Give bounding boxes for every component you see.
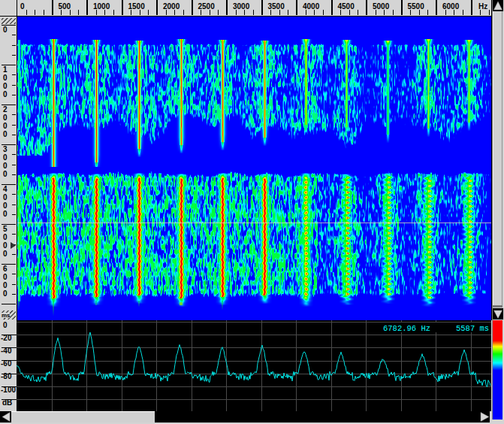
svg-text:1500: 1500: [128, 2, 146, 11]
svg-text:2500: 2500: [198, 2, 216, 11]
svg-text:-100: -100: [1, 386, 16, 394]
svg-text:0: 0: [3, 201, 8, 210]
svg-text:0: 0: [3, 170, 8, 178]
svg-text:0: 0: [3, 122, 8, 130]
svg-text:0: 0: [3, 210, 8, 218]
svg-text:5587 ms: 5587 ms: [456, 324, 489, 333]
svg-text:0: 0: [3, 74, 8, 82]
svg-text:3: 3: [3, 145, 8, 153]
svg-text:0: 0: [3, 153, 8, 162]
svg-text:Hz: Hz: [478, 2, 487, 11]
svg-text:6782.96 Hz: 6782.96 Hz: [383, 324, 430, 333]
svg-text:0: 0: [3, 193, 8, 201]
svg-text:dB: dB: [2, 398, 12, 407]
svg-text:0: 0: [3, 162, 8, 170]
svg-text:4000: 4000: [303, 2, 320, 11]
svg-text:0: 0: [3, 130, 8, 138]
svg-text:1: 1: [3, 65, 8, 74]
svg-text:-20: -20: [1, 334, 12, 342]
svg-text:0: 0: [3, 273, 8, 281]
svg-text:3000: 3000: [233, 2, 250, 11]
svg-text:6000: 6000: [442, 2, 460, 11]
svg-text:5500: 5500: [408, 2, 425, 11]
svg-text:0: 0: [3, 241, 8, 250]
svg-text:4: 4: [3, 185, 8, 193]
svg-text:0: 0: [20, 2, 25, 11]
svg-text:2: 2: [3, 105, 8, 114]
svg-text:-80: -80: [1, 372, 12, 380]
svg-text:5: 5: [3, 225, 8, 233]
svg-text:0: 0: [3, 90, 8, 98]
svg-text:3500: 3500: [268, 2, 285, 11]
svg-text:0: 0: [3, 250, 8, 258]
svg-text:0: 0: [3, 82, 8, 90]
svg-text:6: 6: [3, 265, 8, 273]
svg-text:0: 0: [3, 233, 8, 241]
svg-text:2000: 2000: [163, 2, 180, 11]
svg-text:0: 0: [3, 114, 8, 122]
svg-text:0: 0: [3, 321, 8, 329]
svg-text:ms: ms: [2, 312, 11, 319]
svg-text:500: 500: [59, 2, 71, 11]
svg-text:-40: -40: [1, 347, 12, 355]
svg-text:5000: 5000: [373, 2, 390, 11]
svg-text:0: 0: [3, 281, 8, 289]
svg-text:-60: -60: [1, 359, 12, 368]
svg-text:4500: 4500: [338, 2, 355, 11]
svg-text:1000: 1000: [93, 2, 110, 11]
svg-text:0: 0: [3, 289, 8, 298]
svg-text:0: 0: [3, 26, 8, 34]
